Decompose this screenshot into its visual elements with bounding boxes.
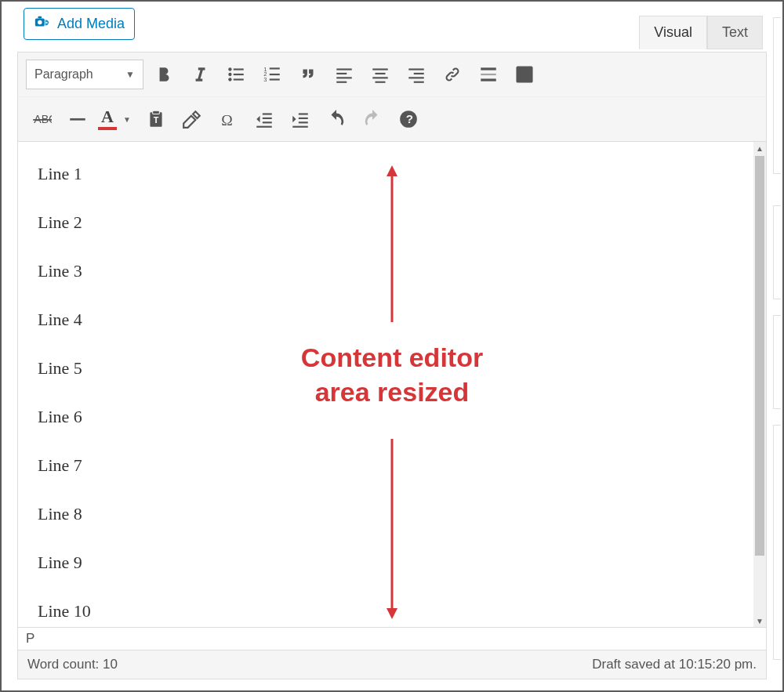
svg-text:3: 3	[263, 76, 267, 83]
numbered-list-button[interactable]: 123	[256, 59, 288, 90]
bold-button[interactable]	[148, 59, 180, 90]
svg-rect-48	[263, 121, 272, 123]
svg-rect-43	[152, 111, 159, 114]
scroll-thumb[interactable]	[755, 156, 764, 556]
content-line[interactable]: Line 2	[38, 212, 734, 233]
content-line[interactable]: Line 8	[38, 504, 734, 524]
blockquote-button[interactable]	[292, 59, 324, 90]
content-line[interactable]: Line 7	[38, 455, 734, 476]
svg-rect-20	[372, 68, 388, 70]
chevron-down-icon[interactable]: ▼	[118, 115, 136, 124]
svg-rect-30	[481, 78, 496, 81]
svg-text:T: T	[154, 115, 159, 125]
svg-rect-40	[33, 119, 52, 121]
sidebar-stub	[773, 17, 781, 174]
svg-rect-36	[523, 74, 525, 75]
content-line[interactable]: Line 5	[38, 358, 734, 379]
svg-rect-33	[523, 71, 525, 72]
align-center-button[interactable]	[365, 59, 396, 90]
content-editor-area[interactable]: Line 1Line 2Line 3Line 4Line 5Line 6Line…	[17, 142, 767, 628]
word-count: Word count: 10	[27, 657, 118, 672]
element-path[interactable]: P	[17, 628, 767, 650]
indent-button[interactable]	[285, 103, 316, 135]
toolbar-toggle-button[interactable]	[509, 59, 540, 90]
help-button[interactable]: ?	[393, 103, 424, 135]
svg-rect-17	[336, 73, 347, 74]
format-select[interactable]: Paragraph ▼	[26, 60, 143, 89]
format-select-value: Paragraph	[34, 67, 93, 82]
svg-rect-24	[408, 68, 424, 70]
special-char-button[interactable]: Ω	[212, 103, 244, 135]
svg-rect-32	[520, 71, 522, 72]
svg-text:Ω: Ω	[221, 112, 233, 129]
svg-point-1	[38, 20, 42, 25]
text-color-icon: A	[98, 108, 117, 130]
link-button[interactable]	[437, 59, 468, 90]
svg-point-3	[45, 22, 47, 24]
svg-rect-13	[270, 67, 280, 69]
camera-icon	[34, 13, 51, 34]
svg-rect-35	[520, 74, 522, 75]
svg-rect-34	[527, 71, 529, 72]
svg-rect-46	[263, 113, 272, 114]
svg-rect-21	[376, 73, 386, 74]
svg-rect-18	[336, 77, 352, 78]
align-right-button[interactable]	[401, 59, 432, 90]
content-line[interactable]: Line 10	[38, 601, 734, 621]
svg-rect-9	[234, 78, 244, 80]
svg-rect-8	[234, 74, 244, 75]
read-more-button[interactable]	[473, 59, 504, 90]
svg-rect-19	[336, 82, 347, 83]
svg-rect-38	[520, 77, 530, 78]
add-media-label: Add Media	[57, 16, 125, 32]
editor-tabs: Visual Text	[639, 16, 763, 49]
clear-formatting-button[interactable]	[176, 103, 208, 135]
svg-rect-37	[527, 74, 529, 75]
sidebar-stub	[773, 205, 781, 299]
svg-rect-15	[270, 78, 280, 80]
svg-text:?: ?	[406, 112, 413, 125]
content-line[interactable]: Line 6	[38, 407, 734, 427]
svg-point-6	[228, 78, 231, 81]
svg-rect-53	[292, 126, 308, 128]
svg-rect-27	[414, 82, 424, 83]
sidebar-stub	[773, 425, 781, 660]
svg-rect-28	[481, 67, 496, 70]
svg-rect-16	[336, 68, 352, 70]
paste-text-button[interactable]: T	[140, 103, 172, 135]
chevron-down-icon: ▼	[125, 69, 135, 80]
svg-rect-49	[256, 126, 272, 128]
undo-button[interactable]	[321, 103, 352, 135]
content-line[interactable]: Line 9	[38, 553, 734, 573]
align-left-button[interactable]	[328, 59, 360, 90]
redo-button[interactable]	[357, 103, 388, 135]
content-line[interactable]: Line 4	[38, 310, 734, 330]
svg-rect-29	[481, 74, 496, 75]
svg-rect-52	[299, 121, 308, 123]
svg-rect-51	[299, 118, 308, 119]
strikethrough-button[interactable]: ABC	[26, 103, 57, 135]
italic-button[interactable]	[184, 59, 216, 90]
outdent-button[interactable]	[249, 103, 280, 135]
svg-rect-23	[376, 82, 386, 83]
add-media-button[interactable]: Add Media	[24, 8, 135, 40]
svg-rect-50	[299, 113, 308, 114]
scroll-up-icon[interactable]: ▲	[753, 142, 766, 154]
save-status: Draft saved at 10:15:20 pm.	[592, 657, 757, 672]
scroll-down-icon[interactable]: ▼	[753, 614, 766, 627]
content-line[interactable]: Line 1	[38, 164, 734, 184]
text-color-button[interactable]: A ▼	[98, 108, 136, 130]
svg-rect-22	[372, 77, 388, 78]
content-body[interactable]: Line 1Line 2Line 3Line 4Line 5Line 6Line…	[18, 142, 753, 627]
bullet-list-button[interactable]	[220, 59, 252, 90]
svg-rect-7	[234, 68, 244, 70]
svg-rect-41	[70, 118, 85, 121]
vertical-scrollbar[interactable]: ▲ ▼	[753, 142, 766, 627]
svg-rect-14	[270, 74, 280, 75]
tab-text[interactable]: Text	[707, 16, 763, 49]
content-line[interactable]: Line 3	[38, 261, 734, 281]
tab-visual[interactable]: Visual	[639, 16, 707, 49]
svg-point-4	[228, 67, 231, 71]
horizontal-rule-button[interactable]	[62, 103, 93, 135]
sidebar-stub	[773, 315, 781, 409]
